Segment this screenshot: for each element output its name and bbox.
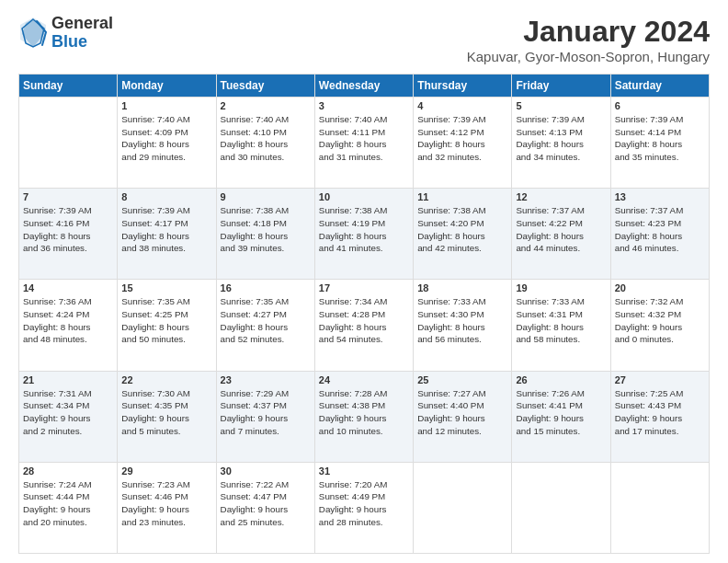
list-item: 24Sunrise: 7:28 AM Sunset: 4:38 PM Dayli… (314, 371, 413, 462)
day-number: 23 (221, 374, 311, 385)
location: Kapuvar, Gyor-Moson-Sopron, Hungary (467, 49, 710, 64)
day-info: Sunrise: 7:32 AM Sunset: 4:32 PM Dayligh… (615, 295, 705, 346)
day-number: 21 (23, 374, 113, 385)
day-number: 18 (417, 282, 507, 293)
list-item: 4Sunrise: 7:39 AM Sunset: 4:12 PM Daylig… (414, 98, 512, 189)
list-item: 10Sunrise: 7:38 AM Sunset: 4:19 PM Dayli… (314, 189, 413, 280)
list-item: 30Sunrise: 7:22 AM Sunset: 4:47 PM Dayli… (216, 462, 314, 553)
list-item: 9Sunrise: 7:38 AM Sunset: 4:18 PM Daylig… (216, 189, 314, 280)
day-number: 2 (221, 100, 311, 111)
day-number: 26 (516, 374, 606, 385)
day-info: Sunrise: 7:22 AM Sunset: 4:47 PM Dayligh… (221, 478, 311, 529)
list-item: 21Sunrise: 7:31 AM Sunset: 4:34 PM Dayli… (19, 371, 118, 462)
list-item (19, 98, 118, 189)
day-number: 5 (516, 100, 606, 111)
day-number: 31 (319, 465, 409, 477)
day-number: 17 (319, 282, 409, 293)
day-info: Sunrise: 7:31 AM Sunset: 4:34 PM Dayligh… (23, 387, 113, 438)
day-number: 15 (121, 282, 211, 293)
col-tuesday: Tuesday (216, 75, 314, 98)
day-info: Sunrise: 7:35 AM Sunset: 4:25 PM Dayligh… (121, 295, 211, 346)
day-number: 13 (615, 191, 705, 202)
day-number: 8 (121, 191, 211, 202)
col-saturday: Saturday (610, 75, 709, 98)
list-item: 2Sunrise: 7:40 AM Sunset: 4:10 PM Daylig… (216, 98, 314, 189)
col-sunday: Sunday (19, 75, 118, 98)
list-item: 29Sunrise: 7:23 AM Sunset: 4:46 PM Dayli… (118, 462, 216, 553)
day-number: 22 (121, 374, 211, 385)
list-item: 5Sunrise: 7:39 AM Sunset: 4:13 PM Daylig… (512, 98, 610, 189)
day-info: Sunrise: 7:23 AM Sunset: 4:46 PM Dayligh… (121, 478, 211, 529)
list-item: 8Sunrise: 7:39 AM Sunset: 4:17 PM Daylig… (118, 189, 216, 280)
header: General Blue January 2024 Kapuvar, Gyor-… (18, 15, 710, 64)
list-item: 12Sunrise: 7:37 AM Sunset: 4:22 PM Dayli… (512, 189, 610, 280)
day-number: 14 (23, 282, 113, 293)
list-item: 22Sunrise: 7:30 AM Sunset: 4:35 PM Dayli… (118, 371, 216, 462)
day-info: Sunrise: 7:38 AM Sunset: 4:18 PM Dayligh… (221, 204, 311, 255)
list-item: 13Sunrise: 7:37 AM Sunset: 4:23 PM Dayli… (610, 189, 709, 280)
header-row: Sunday Monday Tuesday Wednesday Thursday… (19, 75, 710, 98)
table-row: 14Sunrise: 7:36 AM Sunset: 4:24 PM Dayli… (19, 280, 710, 371)
col-thursday: Thursday (414, 75, 512, 98)
list-item: 17Sunrise: 7:34 AM Sunset: 4:28 PM Dayli… (314, 280, 413, 371)
list-item: 31Sunrise: 7:20 AM Sunset: 4:49 PM Dayli… (314, 462, 413, 553)
table-row: 28Sunrise: 7:24 AM Sunset: 4:44 PM Dayli… (19, 462, 710, 553)
list-item (512, 462, 610, 553)
day-number: 11 (417, 191, 507, 202)
day-number: 7 (23, 191, 113, 202)
logo: General Blue (18, 15, 113, 52)
day-info: Sunrise: 7:28 AM Sunset: 4:38 PM Dayligh… (319, 387, 409, 438)
day-number: 1 (121, 100, 211, 111)
col-friday: Friday (512, 75, 610, 98)
list-item: 19Sunrise: 7:33 AM Sunset: 4:31 PM Dayli… (512, 280, 610, 371)
day-info: Sunrise: 7:40 AM Sunset: 4:09 PM Dayligh… (121, 113, 211, 164)
day-info: Sunrise: 7:38 AM Sunset: 4:19 PM Dayligh… (319, 204, 409, 255)
day-number: 10 (319, 191, 409, 202)
list-item: 28Sunrise: 7:24 AM Sunset: 4:44 PM Dayli… (19, 462, 118, 553)
day-number: 24 (319, 374, 409, 385)
logo-text: General Blue (51, 15, 113, 52)
list-item: 27Sunrise: 7:25 AM Sunset: 4:43 PM Dayli… (610, 371, 709, 462)
day-info: Sunrise: 7:35 AM Sunset: 4:27 PM Dayligh… (221, 295, 311, 346)
day-number: 16 (221, 282, 311, 293)
day-number: 29 (121, 465, 211, 477)
day-info: Sunrise: 7:40 AM Sunset: 4:11 PM Dayligh… (319, 113, 409, 164)
day-number: 9 (221, 191, 311, 202)
day-info: Sunrise: 7:24 AM Sunset: 4:44 PM Dayligh… (23, 478, 113, 529)
day-info: Sunrise: 7:33 AM Sunset: 4:30 PM Dayligh… (417, 295, 507, 346)
list-item: 23Sunrise: 7:29 AM Sunset: 4:37 PM Dayli… (216, 371, 314, 462)
logo-blue: Blue (51, 33, 113, 52)
day-info: Sunrise: 7:29 AM Sunset: 4:37 PM Dayligh… (221, 387, 311, 438)
day-info: Sunrise: 7:20 AM Sunset: 4:49 PM Dayligh… (319, 478, 409, 529)
logo-general: General (51, 15, 113, 33)
day-number: 25 (417, 374, 507, 385)
day-info: Sunrise: 7:25 AM Sunset: 4:43 PM Dayligh… (615, 387, 705, 438)
day-info: Sunrise: 7:39 AM Sunset: 4:17 PM Dayligh… (121, 204, 211, 255)
list-item: 26Sunrise: 7:26 AM Sunset: 4:41 PM Dayli… (512, 371, 610, 462)
day-info: Sunrise: 7:39 AM Sunset: 4:13 PM Dayligh… (516, 113, 606, 164)
day-number: 30 (221, 465, 311, 477)
day-info: Sunrise: 7:39 AM Sunset: 4:16 PM Dayligh… (23, 204, 113, 255)
day-number: 28 (23, 465, 113, 477)
list-item: 20Sunrise: 7:32 AM Sunset: 4:32 PM Dayli… (610, 280, 709, 371)
page: General Blue January 2024 Kapuvar, Gyor-… (0, 0, 728, 563)
day-info: Sunrise: 7:33 AM Sunset: 4:31 PM Dayligh… (516, 295, 606, 346)
list-item: 11Sunrise: 7:38 AM Sunset: 4:20 PM Dayli… (414, 189, 512, 280)
col-wednesday: Wednesday (314, 75, 413, 98)
list-item: 7Sunrise: 7:39 AM Sunset: 4:16 PM Daylig… (19, 189, 118, 280)
list-item (414, 462, 512, 553)
day-info: Sunrise: 7:34 AM Sunset: 4:28 PM Dayligh… (319, 295, 409, 346)
table-row: 7Sunrise: 7:39 AM Sunset: 4:16 PM Daylig… (19, 189, 710, 280)
day-info: Sunrise: 7:27 AM Sunset: 4:40 PM Dayligh… (417, 387, 507, 438)
list-item: 18Sunrise: 7:33 AM Sunset: 4:30 PM Dayli… (414, 280, 512, 371)
day-number: 27 (615, 374, 705, 385)
day-info: Sunrise: 7:37 AM Sunset: 4:23 PM Dayligh… (615, 204, 705, 255)
day-info: Sunrise: 7:40 AM Sunset: 4:10 PM Dayligh… (221, 113, 311, 164)
day-info: Sunrise: 7:39 AM Sunset: 4:12 PM Dayligh… (417, 113, 507, 164)
list-item: 16Sunrise: 7:35 AM Sunset: 4:27 PM Dayli… (216, 280, 314, 371)
day-number: 20 (615, 282, 705, 293)
day-info: Sunrise: 7:36 AM Sunset: 4:24 PM Dayligh… (23, 295, 113, 346)
list-item: 1Sunrise: 7:40 AM Sunset: 4:09 PM Daylig… (118, 98, 216, 189)
col-monday: Monday (118, 75, 216, 98)
day-number: 3 (319, 100, 409, 111)
